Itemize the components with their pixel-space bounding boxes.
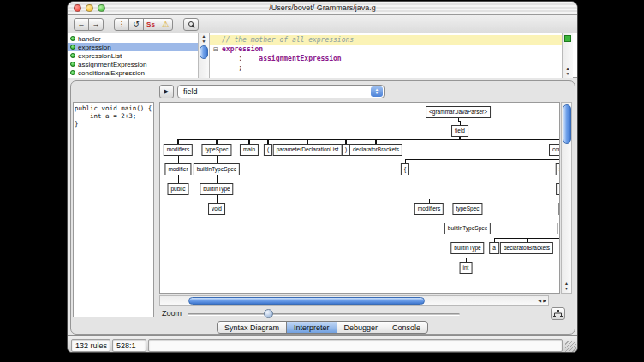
editor-line[interactable]: : assignmentExpression <box>210 54 562 63</box>
tree-node[interactable]: declaratorBrackets <box>349 144 402 156</box>
tree-node[interactable]: variableDefinitions <box>558 203 560 215</box>
start-rule-combobox[interactable]: field ▲▼ <box>177 85 385 98</box>
tree-node[interactable]: compoundStatement <box>549 144 560 156</box>
screen: /Users/bovet/ Grammars/java.g ←→⋮↺Ss⚠ ha… <box>0 0 644 362</box>
editor-scrollbar[interactable]: ▲ ▼ <box>562 33 573 78</box>
combo-arrows-icon: ▲▼ <box>371 86 383 97</box>
run-button[interactable]: ▶ <box>159 85 174 98</box>
caret-position: 528:1 <box>112 339 146 352</box>
tree-horizontal-scrollbar[interactable]: ◀ ▶ <box>159 295 549 306</box>
tree-node[interactable]: main <box>240 144 259 156</box>
forward-button[interactable]: → <box>88 18 104 31</box>
rules-list-item[interactable]: expressionList <box>68 51 198 60</box>
editor-line[interactable]: // the mother of all expressions <box>210 35 562 45</box>
toolbar-group <box>183 18 199 31</box>
titlebar[interactable]: /Users/bovet/ Grammars/java.g <box>68 2 577 15</box>
tree-node[interactable]: { <box>401 163 409 175</box>
toolbar-group: ⋮↺Ss⚠ <box>114 18 173 31</box>
scroll-left-icon[interactable]: ◀ <box>538 298 541 303</box>
tree-node[interactable]: statement <box>556 163 560 175</box>
tree-node[interactable]: builtInType <box>450 242 484 254</box>
tree-node[interactable]: <grammar.JavaParser> <box>426 106 491 118</box>
view-tabs: Syntax DiagramInterpreterDebuggerConsole <box>68 321 577 335</box>
editor-line-text: // the mother of all expressions <box>222 36 354 44</box>
tab-debugger[interactable]: Debugger <box>337 321 386 334</box>
tab-console[interactable]: Console <box>385 321 428 334</box>
search-button[interactable] <box>183 18 199 31</box>
scroll-down-icon[interactable]: ▼ <box>563 71 573 76</box>
rule-name: expressionList <box>78 52 122 60</box>
window-title: /Users/bovet/ Grammars/java.g <box>68 3 577 12</box>
rules-scrollbar[interactable]: ▲ ▼ <box>199 33 210 78</box>
upper-split: handlerexpressionexpressionListassignmen… <box>68 33 577 78</box>
rule-name: assignmentExpression <box>78 61 146 68</box>
tree-node[interactable]: declaratorBrackets <box>500 242 553 254</box>
text-ss-icon: Ss <box>146 21 155 28</box>
rule-name: expression <box>78 44 111 51</box>
tree-node[interactable]: builtInTypeSpec <box>194 163 240 175</box>
tree-node[interactable]: builtInType <box>200 183 233 195</box>
tree-node[interactable]: variableDeclarator <box>558 223 560 234</box>
rules-scrollbar-thumb[interactable] <box>200 45 208 59</box>
literals-button[interactable]: Ss <box>143 18 158 31</box>
grammar-editor[interactable]: // the mother of all expressions⊟express… <box>210 33 562 78</box>
editor-line[interactable]: ⊟expression <box>210 45 562 54</box>
refactor-button[interactable]: ↺ <box>128 18 144 31</box>
tree-node[interactable]: modifiers <box>414 203 444 215</box>
statusbar: 132 rules 528:1 <box>68 335 577 353</box>
rule-name: conditionalExpression <box>78 69 145 77</box>
zoom-slider-track <box>188 313 460 316</box>
tab-interpreter[interactable]: Interpreter <box>286 321 337 334</box>
rules-list-item[interactable]: expression <box>68 43 198 51</box>
tab-syntax-diagram[interactable]: Syntax Diagram <box>217 321 287 334</box>
combo-value: field <box>183 87 198 96</box>
tree-node[interactable]: public <box>168 183 189 195</box>
rules-list-item[interactable]: handler <box>68 34 198 43</box>
tree-node[interactable]: void <box>208 203 225 215</box>
rule-name: handler <box>78 35 101 43</box>
tree-node[interactable]: a <box>489 242 499 254</box>
tree-node[interactable]: builtInTypeSpec <box>444 223 491 234</box>
rules-list-button[interactable]: ⋮ <box>114 18 129 31</box>
tree-hscroll-thumb[interactable] <box>188 297 425 305</box>
back-button[interactable]: ← <box>74 18 89 31</box>
grammar-status-indicator <box>564 35 571 42</box>
arrow-right-icon: → <box>92 20 100 28</box>
fold-marker-icon[interactable]: ⊟ <box>210 45 222 54</box>
check-grammar-button[interactable]: ⚠ <box>158 18 173 31</box>
editor-line-text: expression <box>222 45 263 53</box>
scroll-down-icon[interactable]: ▼ <box>199 39 209 44</box>
hierarchy-icon <box>553 310 563 318</box>
tree-vertical-scrollbar[interactable]: ▲ ▼ <box>561 102 572 294</box>
tree-node[interactable]: modifier <box>164 163 191 175</box>
tree-node[interactable]: modifiers <box>164 144 193 156</box>
input-line: public void main() { <box>75 104 152 112</box>
tree-node[interactable]: parameterDeclarationList <box>273 144 343 156</box>
scroll-down-icon[interactable]: ▼ <box>562 286 571 291</box>
tree-node[interactable]: typeSpec <box>201 144 231 156</box>
rules-list-item[interactable]: assignmentExpression <box>68 60 198 68</box>
parse-tree-canvas[interactable]: <grammar.JavaParser>fieldmodifierstypeSp… <box>159 102 560 294</box>
magnifier-icon <box>188 21 194 27</box>
resize-grip[interactable] <box>565 341 576 353</box>
editor-line-text: ; <box>222 64 242 72</box>
zoom-slider-thumb[interactable] <box>264 309 273 318</box>
rule-status-icon <box>70 62 75 67</box>
zoom-label: Zoom <box>162 309 182 317</box>
tree-node[interactable]: ( <box>264 144 272 156</box>
tree-node[interactable]: int <box>460 262 473 274</box>
rule-status-icon <box>70 45 75 50</box>
tree-node[interactable]: typeSpec <box>452 203 482 215</box>
editor-line-text: : assignmentExpression <box>222 55 342 62</box>
tree-node[interactable]: field <box>451 125 468 137</box>
tree-vscroll-thumb[interactable] <box>563 104 571 144</box>
editor-line[interactable]: ; <box>210 63 562 73</box>
tree-layout-button[interactable] <box>551 307 565 320</box>
scroll-right-icon[interactable]: ▶ <box>543 298 546 303</box>
input-text-area[interactable]: public void main() { int a = 2+3;} <box>73 102 154 317</box>
status-message <box>148 339 563 352</box>
app-window: /Users/bovet/ Grammars/java.g ←→⋮↺Ss⚠ ha… <box>67 1 578 353</box>
rules-list-item[interactable]: conditionalExpression <box>68 68 198 77</box>
tree-node[interactable]: declaration <box>556 183 560 195</box>
zoom-slider[interactable] <box>188 306 460 321</box>
